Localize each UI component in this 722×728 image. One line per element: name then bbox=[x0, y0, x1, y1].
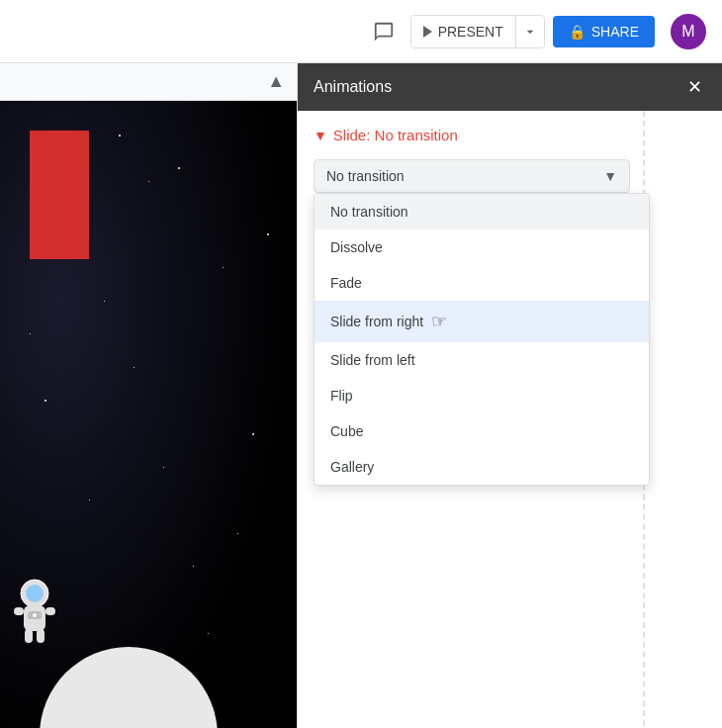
present-main-button[interactable]: PRESENT bbox=[411, 16, 515, 47]
slide-panel-header: ▲ bbox=[0, 63, 297, 101]
collapse-button[interactable]: ▲ bbox=[267, 71, 285, 92]
star bbox=[252, 433, 254, 435]
dropdown-item-cube[interactable]: Cube bbox=[315, 413, 649, 449]
star bbox=[134, 367, 135, 368]
dropdown-item-no-transition[interactable]: No transition bbox=[315, 194, 649, 229]
transition-dropdown-button[interactable]: No transition ▼ bbox=[314, 159, 630, 193]
star bbox=[104, 301, 105, 302]
collapse-icon: ▲ bbox=[267, 71, 285, 91]
comment-button[interactable] bbox=[365, 13, 403, 50]
dropdown-item-gallery[interactable]: Gallery bbox=[315, 449, 649, 485]
triangle-icon: ▼ bbox=[314, 128, 327, 143]
slide-panel: ▲ bbox=[0, 63, 297, 728]
dropdown-item-label: Cube bbox=[330, 423, 363, 439]
animations-panel: Animations ✕ ▼ Slide: No transition No t… bbox=[297, 63, 722, 728]
star bbox=[45, 400, 46, 402]
svg-rect-5 bbox=[25, 629, 33, 643]
dropdown-current-value: No transition bbox=[326, 168, 405, 184]
star bbox=[148, 181, 149, 182]
astronaut-svg bbox=[10, 578, 59, 647]
dropdown-arrow-icon: ▼ bbox=[603, 168, 617, 184]
star bbox=[163, 467, 164, 468]
svg-point-1 bbox=[26, 585, 44, 602]
star bbox=[223, 267, 224, 268]
dropdown-item-slide-left[interactable]: Slide from left bbox=[315, 342, 649, 378]
toolbar: PRESENT 🔒 SHARE M bbox=[0, 0, 722, 63]
dropdown-item-label: Fade bbox=[330, 275, 362, 291]
present-dropdown-button[interactable] bbox=[515, 16, 544, 47]
svg-point-8 bbox=[33, 613, 37, 617]
dropdown-item-label: Gallery bbox=[330, 459, 374, 475]
svg-rect-4 bbox=[45, 607, 55, 615]
dropdown-item-label: Slide from left bbox=[330, 352, 415, 368]
dropdown-item-label: Dissolve bbox=[330, 239, 383, 255]
svg-rect-3 bbox=[14, 607, 24, 615]
panel-title: Animations bbox=[314, 78, 392, 96]
star bbox=[193, 566, 194, 567]
star bbox=[89, 500, 90, 500]
star bbox=[178, 167, 180, 169]
cursor-hand-icon: ☞ bbox=[431, 311, 447, 332]
star bbox=[208, 633, 209, 634]
share-label: SHARE bbox=[591, 24, 639, 40]
present-button-group: PRESENT bbox=[410, 15, 545, 48]
main-content: ▲ bbox=[0, 63, 722, 728]
panel-header: Animations ✕ bbox=[298, 63, 722, 111]
dropdown-item-label: Slide from right bbox=[330, 314, 423, 329]
transition-dropdown-menu: No transition Dissolve Fade Slide from r… bbox=[314, 193, 650, 486]
right-dashed-area bbox=[643, 111, 722, 728]
slide-transition-label: Slide: No transition bbox=[333, 127, 458, 143]
dropdown-item-flip[interactable]: Flip bbox=[315, 378, 649, 413]
svg-rect-6 bbox=[37, 629, 45, 643]
slide-background bbox=[0, 101, 297, 728]
dropdown-item-fade[interactable]: Fade bbox=[315, 265, 649, 301]
star bbox=[267, 233, 269, 235]
star bbox=[119, 135, 121, 136]
dropdown-item-label: Flip bbox=[330, 388, 353, 404]
dropdown-item-dissolve[interactable]: Dissolve bbox=[315, 229, 649, 265]
astronaut bbox=[10, 578, 59, 647]
star bbox=[30, 333, 31, 334]
chevron-down-icon bbox=[522, 24, 538, 40]
lock-icon: 🔒 bbox=[569, 24, 586, 40]
red-rectangle bbox=[30, 131, 89, 259]
present-label: PRESENT bbox=[438, 24, 503, 40]
avatar[interactable]: M bbox=[671, 14, 706, 49]
dropdown-item-label: No transition bbox=[330, 204, 408, 220]
play-icon bbox=[423, 26, 432, 38]
comment-icon bbox=[373, 21, 395, 43]
star bbox=[237, 533, 238, 534]
dropdown-item-slide-right[interactable]: Slide from right ☞ bbox=[315, 301, 649, 342]
share-button[interactable]: 🔒 SHARE bbox=[553, 16, 655, 47]
panel-close-button[interactable]: ✕ bbox=[683, 72, 706, 102]
